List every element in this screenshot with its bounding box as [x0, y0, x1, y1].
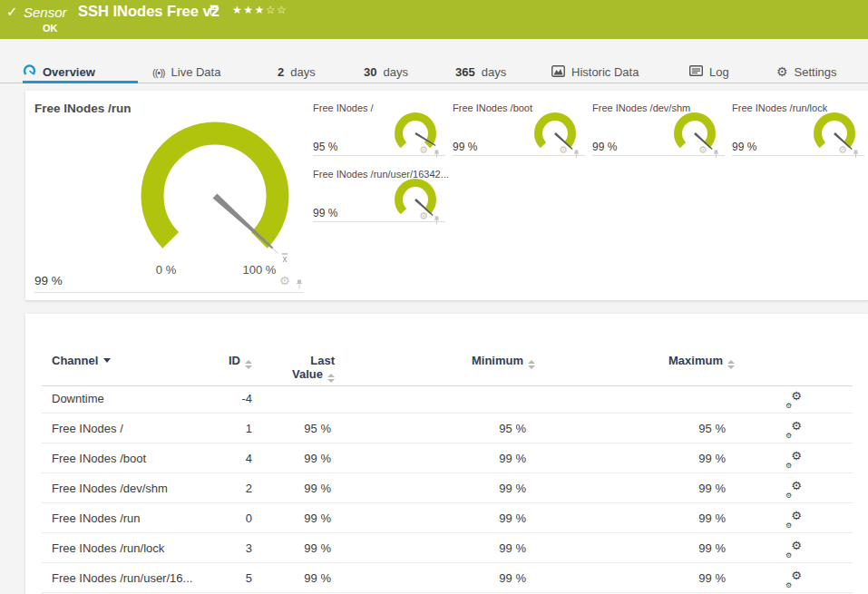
- row-settings: ⚙⚙: [769, 563, 819, 593]
- gauge-value: 99 %: [453, 141, 477, 153]
- gauge-card-free-inodes-run-user-16342: Free INodes /run/user/16342...99 %⚙: [313, 166, 445, 222]
- primary-gauge: x: [115, 116, 315, 270]
- gauge-icon: [23, 64, 36, 80]
- gauge-value: 99 %: [732, 141, 756, 153]
- tab-label: days: [482, 65, 506, 79]
- cell-max: 99 %: [579, 533, 726, 563]
- row-settings: ⚙⚙: [769, 443, 819, 473]
- row-settings: ⚙⚙: [769, 473, 819, 503]
- channel-gear-icon[interactable]: ⚙: [279, 274, 290, 287]
- channel-settings-gears-icon[interactable]: ⚙⚙: [786, 452, 802, 467]
- channel-settings-gears-icon[interactable]: ⚙⚙: [786, 392, 802, 407]
- cell-max: 99 %: [579, 473, 726, 503]
- stars-filled[interactable]: ★★★: [232, 4, 266, 16]
- cell-min: 99 %: [379, 563, 526, 593]
- col-header-max[interactable]: Maximum: [588, 354, 735, 369]
- channel-gear-icon[interactable]: ⚙: [419, 210, 428, 222]
- priority-stars[interactable]: ★★★☆☆: [232, 4, 288, 16]
- tab-historic-data[interactable]: Historic Data: [551, 61, 639, 83]
- cell-max: 95 %: [579, 414, 726, 443]
- cell-min: 99 %: [379, 533, 526, 563]
- gauges-panel: Free INodes /run x 0 % 100 % 99 % ⚙ Free…: [25, 91, 868, 300]
- tab-bar: Overview((•))Live Data2days30days365days…: [0, 39, 868, 83]
- pin-icon[interactable]: [572, 146, 580, 162]
- sensor-title: SSH INodes Free v2: [78, 3, 219, 20]
- channel-settings-gears-icon[interactable]: ⚙⚙: [786, 482, 802, 497]
- status-check-icon: ✓: [6, 4, 18, 20]
- cell-last: 99 %: [252, 503, 331, 533]
- channel-gear-icon[interactable]: ⚙: [419, 144, 428, 156]
- tab-365-days[interactable]: 365days: [455, 61, 506, 83]
- col-header-label: Channel: [52, 354, 98, 367]
- chart-icon: [551, 65, 565, 80]
- col-header-min[interactable]: Minimum: [388, 354, 535, 369]
- gauge-card-free-inodes-run-lock: Free INodes /run/lock99 %⚙: [732, 100, 864, 156]
- col-header-label: Minimum: [472, 354, 523, 367]
- col-header-label: ID: [229, 354, 240, 367]
- tab-label: Overview: [43, 65, 95, 79]
- table-row: Downtime-4⚙⚙: [25, 384, 868, 414]
- row-settings: ⚙⚙: [769, 384, 819, 414]
- tab-30-days[interactable]: 30days: [364, 61, 408, 83]
- object-kind-label: Sensor: [24, 5, 67, 20]
- tab-2-days[interactable]: 2days: [278, 61, 316, 83]
- channel-gear-icon[interactable]: ⚙: [838, 144, 847, 156]
- primary-gauge-title: Free INodes /run: [34, 102, 132, 115]
- pin-icon[interactable]: [852, 146, 860, 162]
- cell-min: 95 %: [379, 414, 526, 443]
- log-icon: [689, 65, 703, 79]
- cell-id: 3: [180, 533, 252, 563]
- cell-last: 99 %: [252, 473, 331, 503]
- tab-label: Log: [709, 65, 729, 79]
- cell-max: [579, 384, 726, 414]
- gauge-card-free-inodes-boot: Free INodes /boot99 %⚙: [453, 100, 585, 156]
- sort-icon: [245, 360, 252, 369]
- table-row: Free INodes /run/user/16...599 %99 %99 %…: [25, 563, 868, 593]
- pin-icon[interactable]: [433, 146, 441, 162]
- gauge-max-label: 100 %: [232, 263, 287, 277]
- row-divider: [42, 592, 853, 593]
- pin-icon[interactable]: [433, 212, 441, 229]
- cell-last: 95 %: [252, 414, 331, 443]
- table-row: Free INodes /run/lock399 %99 %99 %⚙⚙: [25, 533, 868, 563]
- channel-gear-icon[interactable]: ⚙: [698, 144, 707, 156]
- sort-desc-icon: [103, 358, 111, 363]
- channel-settings-gears-icon[interactable]: ⚙⚙: [786, 511, 802, 527]
- tab-number: 365: [455, 65, 475, 79]
- table-row: Free INodes /boot499 %99 %99 %⚙⚙: [25, 443, 868, 473]
- status-badge: OK: [43, 23, 58, 34]
- channel-settings-gears-icon[interactable]: ⚙⚙: [786, 571, 802, 587]
- gauge-value: 99 %: [592, 141, 617, 153]
- tab-label: days: [290, 65, 315, 79]
- cell-max: 99 %: [579, 443, 726, 473]
- tab-label: days: [383, 65, 407, 79]
- pin-icon[interactable]: [712, 146, 720, 162]
- tab-live-data[interactable]: ((•))Live Data: [152, 61, 220, 83]
- flag-icon[interactable]: [210, 3, 219, 19]
- channel-gear-icon[interactable]: ⚙: [559, 144, 568, 156]
- cell-min: 99 %: [379, 503, 526, 533]
- cell-min: 99 %: [379, 473, 526, 503]
- cell-id: 2: [180, 473, 252, 503]
- table-row: Free INodes /195 %95 %95 %⚙⚙: [25, 414, 868, 443]
- cell-last: 99 %: [252, 443, 331, 473]
- tab-overview[interactable]: Overview: [23, 61, 95, 83]
- channel-settings-gears-icon[interactable]: ⚙⚙: [786, 422, 802, 437]
- col-header-last[interactable]: Last Value: [280, 354, 335, 383]
- stars-empty[interactable]: ☆☆: [266, 4, 288, 16]
- tab-log[interactable]: Log: [689, 61, 729, 83]
- tab-label: Live Data: [171, 65, 221, 79]
- tab-settings[interactable]: ⚙Settings: [776, 61, 837, 83]
- table-row: Free INodes /dev/shm299 %99 %99 %⚙⚙: [25, 473, 868, 503]
- table-row: Free INodes /run099 %99 %99 %⚙⚙: [25, 503, 868, 533]
- cell-id: -4: [180, 384, 252, 414]
- pin-icon[interactable]: [295, 277, 304, 293]
- gauge-card-free-inodes: Free INodes /95 %⚙: [313, 100, 445, 156]
- row-settings: ⚙⚙: [769, 414, 819, 443]
- cell-id: 1: [180, 414, 252, 443]
- sort-icon: [727, 360, 735, 369]
- channel-settings-gears-icon[interactable]: ⚙⚙: [786, 541, 802, 557]
- divider: [34, 292, 304, 293]
- tab-label: Historic Data: [571, 65, 639, 79]
- col-header-id[interactable]: ID: [180, 354, 252, 369]
